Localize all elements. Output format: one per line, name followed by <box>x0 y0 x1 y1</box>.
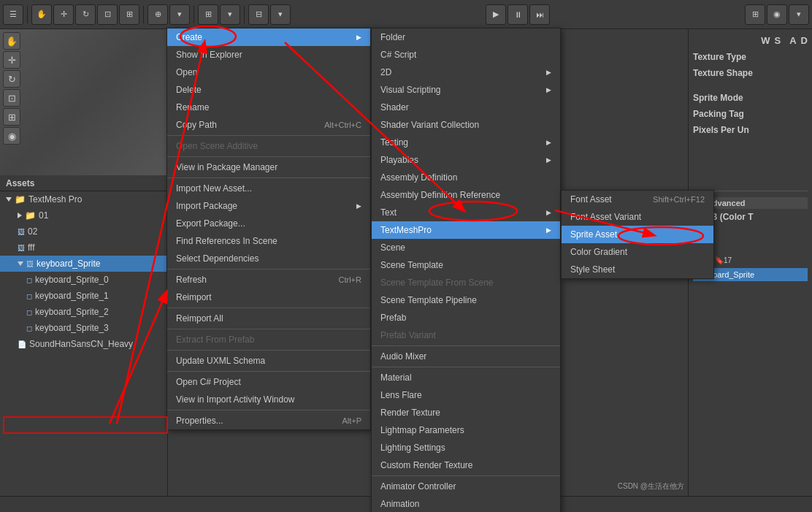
list-item-02[interactable]: 🖼 02 <box>0 223 167 240</box>
toolbar-layout-dd[interactable]: ▾ <box>789 4 809 25</box>
ctx2-csharp[interactable]: C# Script <box>372 46 560 64</box>
toolbar-move-btn[interactable]: ✛ <box>53 4 74 25</box>
ctx1-refresh-shortcut: Ctrl+R <box>339 275 361 284</box>
ctx1-update-uxml[interactable]: Update UXML Schema <box>167 352 370 370</box>
toolbar-rotate-btn[interactable]: ↻ <box>75 4 96 25</box>
ctx2-visual-scripting-arrow: ▶ <box>546 86 551 93</box>
ctx1-open-csharp[interactable]: Open C# Project <box>167 373 370 391</box>
ctx3-sprite-asset[interactable]: Sprite Asset <box>562 226 713 243</box>
ctx2-folder[interactable]: Folder <box>372 28 560 46</box>
ctx1-export-pkg[interactable]: Export Package... <box>167 215 370 232</box>
list-item-keyboard-sprite[interactable]: 🖼 keyboard_Sprite <box>0 256 167 272</box>
ctx2-shader[interactable]: Shader <box>372 99 560 116</box>
ctx1-import-pkg[interactable]: Import Package ▶ <box>167 197 370 215</box>
ctx2-scene-template-pipeline[interactable]: Scene Template Pipeline <box>372 291 560 309</box>
ctx2-shader-variant[interactable]: Shader Variant Collection <box>372 116 560 134</box>
toolbar-pivot-dd[interactable]: ▾ <box>169 4 190 25</box>
ctx3-font-asset-shortcut: Shift+Ctrl+F12 <box>653 195 705 204</box>
ctx2-playables[interactable]: Playables ▶ <box>372 151 560 169</box>
toolbar-step-btn[interactable]: ⏭ <box>529 4 550 25</box>
toolbar-hand-btn[interactable]: ✋ <box>31 4 52 25</box>
ctx2-textmeshpro-arrow: ▶ <box>546 226 551 234</box>
ctx1-select-deps[interactable]: Select Dependencies <box>167 250 370 267</box>
toolbar-play-btn[interactable]: ▶ <box>486 4 506 25</box>
ctx2-lens-flare[interactable]: Lens Flare <box>372 386 560 404</box>
toolbar-menu-btn[interactable]: ☰ <box>3 4 23 25</box>
ctx2-audio-mixer[interactable]: Audio Mixer <box>372 348 560 365</box>
ctx2-sep1 <box>372 345 560 346</box>
list-item-keyboard-1[interactable]: ◻ keyboard_Sprite_1 <box>0 288 167 304</box>
ctx1-refresh[interactable]: Refresh Ctrl+R <box>167 271 370 289</box>
ctx1-extract-prefab: Extract From Prefab <box>167 331 370 348</box>
list-item-keyboard-3[interactable]: ◻ keyboard_Sprite_3 <box>0 320 167 336</box>
ctx1-rename[interactable]: Rename <box>167 99 370 116</box>
toolbar-snap-dd[interactable]: ▾ <box>270 4 291 25</box>
toolbar-pause-btn[interactable]: ⏸ <box>508 4 528 25</box>
ctx2-lightmap-params[interactable]: Lightmap Parameters <box>372 421 560 439</box>
scene-hand-btn[interactable]: ✋ <box>3 32 20 50</box>
ctx1-view-package[interactable]: View in Package Manager <box>167 158 370 176</box>
expand-icon-textmeshpro <box>6 197 12 202</box>
ctx2-assembly-def[interactable]: Assembly Definition <box>372 169 560 186</box>
ctx1-reimport-all-label: Reimport All <box>176 313 223 324</box>
ctx2-textmeshpro[interactable]: TextMeshPro ▶ <box>372 221 560 239</box>
scene-scale-btn[interactable]: ⊡ <box>3 89 20 107</box>
ctx2-folder-label: Folder <box>380 32 405 42</box>
toolbar-pivot-btn[interactable]: ⊕ <box>148 4 168 25</box>
ctx2-scene[interactable]: Scene <box>372 239 560 256</box>
ctx1-reimport[interactable]: Reimport <box>167 289 370 306</box>
label-02: 02 <box>28 226 37 237</box>
label-fff: fff <box>28 242 35 253</box>
ctx1-show-explorer[interactable]: Show in Explorer <box>167 46 370 64</box>
list-item-keyboard-2[interactable]: ◻ keyboard_Sprite_2 <box>0 304 167 320</box>
ctx3-color-gradient[interactable]: Color Gradient <box>562 243 713 261</box>
scene-rect-btn[interactable]: ⊞ <box>3 108 20 126</box>
toolbar-grid-dd[interactable]: ▾ <box>220 4 240 25</box>
toolbar-rect-btn[interactable]: ⊞ <box>119 4 139 25</box>
scene-custom-btn[interactable]: ◉ <box>3 127 20 145</box>
ctx1-view-import[interactable]: View in Import Activity Window <box>167 391 370 408</box>
scene-rotate-btn[interactable]: ↻ <box>3 70 20 88</box>
list-item-01[interactable]: 📁 01 <box>0 207 167 223</box>
ctx1-properties[interactable]: Properties... Alt+P <box>167 412 370 429</box>
packing-tag-row: Packing Tag <box>693 109 808 119</box>
ctx3-font-variant[interactable]: Font Asset Variant <box>562 208 713 226</box>
ctx1-import-new[interactable]: Import New Asset... <box>167 180 370 197</box>
toolbar-snap-btn[interactable]: ⊟ <box>248 4 269 25</box>
toolbar-layout-btn[interactable]: ◉ <box>767 4 787 25</box>
ctx2-material[interactable]: Material <box>372 369 560 386</box>
ctx1-delete[interactable]: Delete <box>167 81 370 99</box>
ctx1-open[interactable]: Open <box>167 64 370 81</box>
ctx2-animator-ctrl[interactable]: Animator Controller <box>372 478 560 495</box>
toolbar-layers-btn[interactable]: ⊞ <box>745 4 765 25</box>
ctx1-reimport-all[interactable]: Reimport All <box>167 310 370 327</box>
ctx2-scene-template-pipeline-label: Scene Template Pipeline <box>380 295 477 305</box>
texture-type-label: Texture Type <box>693 52 808 62</box>
scene-move-btn[interactable]: ✛ <box>3 51 20 69</box>
ctx2-2d[interactable]: 2D ▶ <box>372 64 560 81</box>
ctx2-testing[interactable]: Testing ▶ <box>372 134 560 151</box>
ctx2-prefab[interactable]: Prefab <box>372 309 560 326</box>
list-item-sound[interactable]: 📄 SoundHanSansCN_Heavy <box>0 336 167 352</box>
ctx2-custom-render[interactable]: Custom Render Texture <box>372 456 560 474</box>
ctx2-visual-scripting[interactable]: Visual Scripting ▶ <box>372 81 560 99</box>
ctx2-text[interactable]: Text ▶ <box>372 204 560 221</box>
ctx2-render-texture[interactable]: Render Texture <box>372 404 560 421</box>
ctx1-find-refs[interactable]: Find References In Scene <box>167 232 370 250</box>
list-item-fff[interactable]: 🖼 fff <box>0 240 167 256</box>
ctx2-scene-template[interactable]: Scene Template <box>372 256 560 274</box>
ctx3-font-asset[interactable]: Font Asset Shift+Ctrl+F12 <box>562 191 713 208</box>
list-item-textmeshpro[interactable]: 📁 TextMesh Pro <box>0 191 167 207</box>
list-item-keyboard-0[interactable]: ◻ keyboard_Sprite_0 <box>0 272 167 288</box>
ctx2-animation[interactable]: Animation <box>372 495 560 512</box>
toolbar-grid-btn[interactable]: ⊞ <box>198 4 218 25</box>
toolbar-scale-btn[interactable]: ⊡ <box>97 4 118 25</box>
ctx2-lighting-settings[interactable]: Lighting Settings <box>372 439 560 456</box>
toolbar-sep-3 <box>194 6 194 23</box>
ctx3-style-sheet[interactable]: Style Sheet <box>562 261 713 278</box>
ctx2-assembly-def-ref[interactable]: Assembly Definition Reference <box>372 186 560 204</box>
ctx1-create[interactable]: Create ▶ <box>167 28 370 46</box>
ctx1-delete-label: Delete <box>176 85 202 95</box>
ctx1-copy-path[interactable]: Copy Path Alt+Ctrl+C <box>167 116 370 134</box>
label-keyboard-3: keyboard_Sprite_3 <box>35 323 109 333</box>
